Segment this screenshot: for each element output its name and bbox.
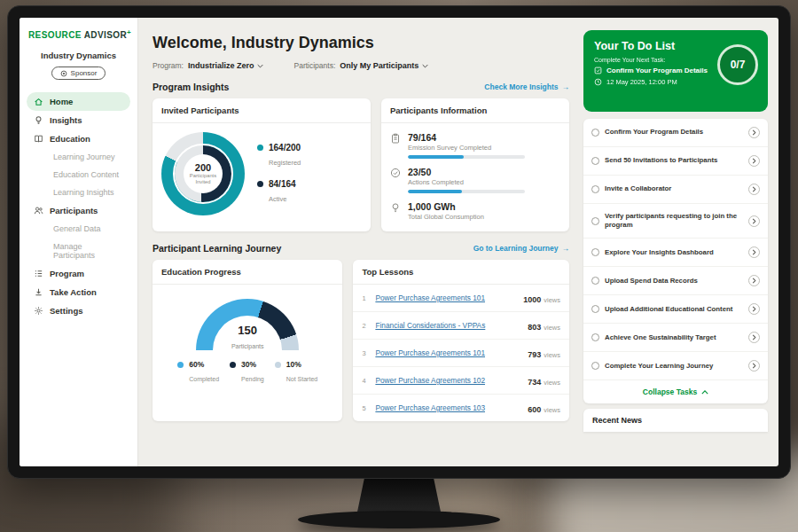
task-row-achieve-sustainability-target[interactable]: Achieve One Sustainability Target xyxy=(583,324,768,352)
task-go-button[interactable] xyxy=(748,246,760,258)
task-go-button[interactable] xyxy=(748,127,760,138)
sidebar-item-home[interactable]: Home xyxy=(27,92,130,111)
main-content: Welcome, Industry Dynamics Program: Indu… xyxy=(138,18,580,466)
legend-value: 164/200 xyxy=(269,143,301,153)
todo-next-task: Confirm Your Program Details xyxy=(606,66,708,74)
donut-inner-ring: 200 Participants Invited xyxy=(173,144,233,204)
task-checkbox[interactable] xyxy=(591,305,599,313)
legend-value: 10% xyxy=(286,360,317,369)
top-lessons-card: Top Lessons 1 Power Purchase Agreements … xyxy=(353,260,569,421)
task-row-upload-spend-data[interactable]: Upload Spend Data Records xyxy=(583,267,768,295)
sidebar-item-insights[interactable]: Insights xyxy=(27,111,130,129)
sidebar-item-participants[interactable]: Participants xyxy=(27,201,130,220)
task-go-button[interactable] xyxy=(748,275,760,286)
monitor-stand-base xyxy=(298,511,500,528)
task-checkbox[interactable] xyxy=(591,157,599,165)
book-icon xyxy=(34,134,43,144)
chevron-right-icon xyxy=(752,278,756,284)
program-filter-label: Program: xyxy=(153,61,184,70)
card-title: Participants Information xyxy=(381,98,569,123)
task-row-confirm-program[interactable]: Confirm Your Program Details xyxy=(583,119,768,147)
go-to-learning-journey-link[interactable]: Go to Learning Journey → xyxy=(473,244,569,253)
progress-bar xyxy=(408,190,525,193)
task-go-button[interactable] xyxy=(748,155,760,167)
gauge-center-value: 150 xyxy=(196,325,299,336)
task-row-upload-educational-content[interactable]: Upload Additional Educational Content xyxy=(583,295,768,324)
sidebar-item-settings[interactable]: Settings xyxy=(27,301,130,320)
sidebar: RESOURCE ADVISOR+ Industry Dynamics Spon… xyxy=(20,18,138,466)
sidebar-item-education[interactable]: Education xyxy=(27,129,130,148)
collapse-tasks-button[interactable]: Collapse Tasks xyxy=(583,380,768,403)
program-filter-dropdown[interactable]: Industrialize Zero xyxy=(188,61,264,70)
chevron-right-icon xyxy=(752,334,756,340)
lesson-rank: 4 xyxy=(362,377,368,385)
task-checkbox[interactable] xyxy=(591,217,599,225)
participants-filter-dropdown[interactable]: Only My Participants xyxy=(340,61,428,70)
sidebar-item-learning-insights[interactable]: Learning Insights xyxy=(27,184,130,201)
task-row-invite-collaborator[interactable]: Invite a Collaborator xyxy=(583,176,768,204)
task-label: Upload Spend Data Records xyxy=(605,277,743,286)
participants-filter-value: Only My Participants xyxy=(340,61,419,70)
arrow-right-icon: → xyxy=(562,82,570,91)
education-card-body: 150 Participants 60%Completed xyxy=(153,285,342,394)
learning-cards-row: Education Progress 150 Participants xyxy=(153,260,569,421)
metric-value: 1,000 GWh xyxy=(408,201,484,212)
legend-dot-navy xyxy=(230,362,236,368)
lesson-link[interactable]: Power Purchase Agreements 102 xyxy=(375,376,485,385)
task-row-explore-insights[interactable]: Explore Your Insights Dashboard xyxy=(583,239,768,267)
metric-global-consumption: 1,000 GWh Total Global Consumption xyxy=(390,201,560,221)
lesson-link[interactable]: Financial Considerations - VPPAs xyxy=(375,321,485,330)
task-go-button[interactable] xyxy=(748,184,760,195)
donut-outer-ring: 200 Participants Invited xyxy=(161,132,245,215)
participants-filter-label: Participants: xyxy=(293,61,335,70)
task-checkbox[interactable] xyxy=(591,185,599,193)
sidebar-item-general-data[interactable]: General Data xyxy=(27,220,130,238)
task-checkbox[interactable] xyxy=(591,362,599,370)
legend-label: Registered xyxy=(269,159,301,167)
legend-label: Pending xyxy=(241,376,264,382)
legend-value: 30% xyxy=(241,360,264,369)
task-go-button[interactable] xyxy=(748,332,760,343)
legend-item-not-started: 10%Not Started xyxy=(275,360,317,385)
task-label: Confirm Your Program Details xyxy=(605,128,743,137)
task-checkbox[interactable] xyxy=(591,277,599,285)
sponsor-badge[interactable]: Sponsor xyxy=(51,66,106,80)
sponsor-label: Sponsor xyxy=(71,69,98,77)
education-gauge-chart: 150 Participants xyxy=(196,299,299,352)
task-checkbox[interactable] xyxy=(591,333,599,341)
task-row-verify-participants[interactable]: Verify participants requesting to join t… xyxy=(583,204,768,239)
lesson-rank: 5 xyxy=(362,404,368,412)
participants-filter: Participants: Only My Participants xyxy=(293,61,428,70)
sidebar-item-learning-journey[interactable]: Learning Journey xyxy=(27,148,130,166)
legend-item-completed: 60%Completed xyxy=(177,360,219,385)
legend-dot-blue xyxy=(177,362,184,368)
task-row-complete-learning-journey[interactable]: Complete Your Learning Journey xyxy=(583,352,768,380)
task-go-button[interactable] xyxy=(748,303,760,315)
invited-participants-card: Invited Participants 200 Participants In… xyxy=(153,98,371,231)
link-label: Go to Learning Journey xyxy=(473,244,559,253)
sidebar-item-manage-participants[interactable]: Manage Participants xyxy=(27,238,130,264)
chevron-right-icon xyxy=(752,158,756,164)
task-go-button[interactable] xyxy=(748,215,760,227)
task-go-button[interactable] xyxy=(748,360,760,372)
chevron-up-icon xyxy=(701,390,708,395)
gauge-center: 150 Participants xyxy=(196,325,299,352)
check-more-insights-link[interactable]: Check More Insights → xyxy=(484,82,569,91)
brand-logo: RESOURCE ADVISOR+ xyxy=(27,28,130,40)
lesson-link[interactable]: Power Purchase Agreements 101 xyxy=(375,293,485,302)
legend-item-pending: 30%Pending xyxy=(230,360,264,385)
lesson-views: 793 xyxy=(528,350,541,359)
task-checkbox[interactable] xyxy=(591,129,599,137)
lesson-link[interactable]: Power Purchase Agreements 103 xyxy=(375,403,485,412)
lesson-rank: 2 xyxy=(362,322,368,330)
lesson-views-label: views xyxy=(544,406,560,414)
sidebar-menu: Home Insights Education Learning Journey xyxy=(27,92,130,320)
task-checkbox[interactable] xyxy=(591,248,599,256)
lesson-link[interactable]: Power Purchase Agreements 101 xyxy=(375,348,485,357)
dashboard-screen: RESOURCE ADVISOR+ Industry Dynamics Spon… xyxy=(20,18,778,466)
task-row-send-invitations[interactable]: Send 50 Invitations to Participants xyxy=(583,147,768,176)
sidebar-item-program[interactable]: Program xyxy=(27,264,130,283)
task-label: Upload Additional Educational Content xyxy=(605,305,743,314)
sidebar-item-take-action[interactable]: Take Action xyxy=(27,283,130,301)
sidebar-item-education-content[interactable]: Education Content xyxy=(27,166,130,184)
